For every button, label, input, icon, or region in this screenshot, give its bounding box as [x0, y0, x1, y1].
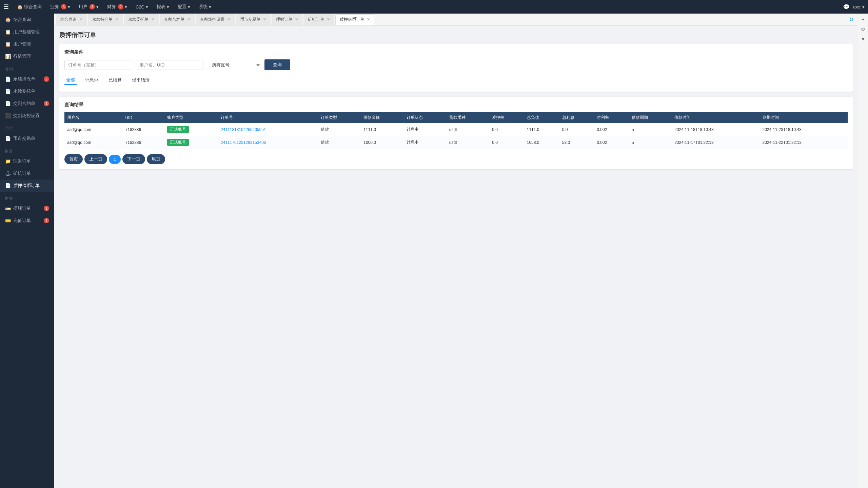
right-sidebar: + ⚙ ▼ — [858, 14, 868, 488]
tab-bibi-label: 币市交易单 — [240, 17, 260, 22]
tab-bibi-close[interactable]: ✕ — [263, 17, 266, 22]
main-layout: 🏠 综合查询 📋 用户基础管理 📋 用户管理 📊 行情管理 合约 📄 永续持仓单… — [0, 14, 868, 488]
nav-yonghu[interactable]: 用户 3 ▾ — [75, 2, 102, 11]
sidebar-item-yonghu-jichu[interactable]: 📋 用户基础管理 — [0, 26, 54, 38]
sidebar-item-chongbi[interactable]: 💳 充值订单 1 — [0, 214, 54, 227]
th-order-type: 订单类型 — [318, 112, 361, 123]
tab-licai-close[interactable]: ✕ — [295, 17, 298, 22]
results-card: 查询结果 用户名 UID 账户类型 订单号 订单类型 借款金额 订单状态 贷款币… — [59, 97, 853, 169]
tab-yongxu-weituo[interactable]: 永续委托单 ✕ — [124, 14, 159, 25]
prev-page-btn[interactable]: 上一页 — [84, 154, 107, 164]
sidebar-section-caiwu2: 财务 — [0, 192, 54, 202]
tab-jiaoyiheyue-close[interactable]: ✕ — [187, 17, 190, 22]
sidebar-item-licai[interactable]: 📁 理财订单 — [0, 155, 54, 167]
tab-zhiya-close[interactable]: ✕ — [367, 17, 370, 22]
sidebar-item-kuangji[interactable]: ⚓ 矿机订单 — [0, 167, 54, 180]
tab-yongxu-cangdan[interactable]: 永续持仓单 ✕ — [88, 14, 123, 25]
chart-icon: 📊 — [5, 54, 11, 59]
last-page-btn[interactable]: 尾页 — [147, 154, 165, 164]
chevron-down-icon-6: ▾ — [188, 4, 190, 10]
search-button[interactable]: 查询 — [264, 59, 290, 70]
menu-icon[interactable]: ☰ — [3, 3, 9, 11]
nav-c2c[interactable]: C2C ▾ — [132, 3, 152, 11]
sidebar-item-jiaoyiheyue[interactable]: 📄 交割合约单 1 — [0, 97, 54, 110]
cell-account-type-0: 正式账号 — [164, 123, 218, 136]
sidebar-item-hangqing[interactable]: 📊 行情管理 — [0, 50, 54, 62]
filter-tab-yijiesuan[interactable]: 已结算 — [107, 76, 123, 85]
sidebar-item-zonghe[interactable]: 🏠 综合查询 — [0, 14, 54, 26]
chat-icon[interactable]: 💬 — [843, 4, 850, 10]
doc-icon-7: 📄 — [5, 183, 11, 188]
tab-jiaoyiheyue[interactable]: 交割合约单 ✕ — [160, 14, 195, 25]
filter-tab-qiangping[interactable]: 强平结清 — [130, 76, 151, 85]
right-sidebar-down-btn[interactable]: ▼ — [859, 35, 867, 43]
doc-icon-2: 📋 — [5, 41, 11, 47]
nav-home[interactable]: 🏠 综合查询 — [14, 2, 45, 11]
sidebar: 🏠 综合查询 📋 用户基础管理 📋 用户管理 📊 行情管理 合约 📄 永续持仓单… — [0, 14, 54, 488]
sidebar-item-zhiya[interactable]: 📄 质押借币订单 — [0, 180, 54, 192]
cell-order-id-1[interactable]: 24111701221283153406 — [218, 136, 318, 149]
account-select[interactable]: 所有账号 正式账号 测试账号 — [207, 60, 261, 70]
sidebar-kuangji-label: 矿机订单 — [13, 170, 31, 176]
username-input[interactable] — [136, 60, 203, 70]
tab-zonghe[interactable]: 综合查询 ✕ — [56, 14, 87, 25]
tab-jiaoyikongzhi-close[interactable]: ✕ — [227, 17, 230, 22]
page-title: 质押借币订单 — [59, 31, 853, 39]
cell-loan-amount-1: 1000.0 — [361, 136, 403, 149]
right-sidebar-settings-btn[interactable]: ⚙ — [859, 25, 867, 33]
sidebar-item-bibi[interactable]: 📄 币市交易单 — [0, 132, 54, 145]
nav-caiwu[interactable]: 财务 2 ▾ — [104, 2, 131, 11]
home-icon: 🏠 — [17, 4, 23, 10]
sidebar-item-jiaoyikongzhi[interactable]: ⬛ 交割场控设置 — [0, 110, 54, 122]
sidebar-jiaoyiheyue-badge: 1 — [44, 101, 49, 106]
cell-total-debt-0: 1111.0 — [524, 123, 559, 136]
tab-bibi[interactable]: 币市交易单 ✕ — [236, 14, 271, 25]
user-chevron-icon: ▾ — [862, 4, 865, 10]
cell-total-interest-1: 58.0 — [559, 136, 594, 149]
sidebar-item-yongxu-weituo[interactable]: 📄 永续委托单 — [0, 85, 54, 97]
user-section[interactable]: root ▾ — [853, 4, 865, 10]
current-page-btn[interactable]: 1 — [109, 155, 121, 164]
tab-kuangji[interactable]: 矿机订单 ✕ — [303, 14, 334, 25]
sidebar-yongxu-cangdan-badge: 2 — [44, 76, 49, 82]
tab-jiaoyikongzhi[interactable]: 交割场控设置 ✕ — [196, 14, 235, 25]
first-page-btn[interactable]: 首页 — [64, 154, 83, 164]
tab-yongxu-weituo-close[interactable]: ✕ — [151, 17, 154, 22]
chevron-down-icon: ▾ — [68, 4, 70, 10]
nav-yewu[interactable]: 业务 3 ▾ — [47, 2, 74, 11]
username-label: root — [853, 4, 861, 10]
nav-c2c-label: C2C — [136, 4, 144, 10]
tab-licai[interactable]: 理财订单 ✕ — [272, 14, 302, 25]
filter-tab-jisuanzhong[interactable]: 计息中 — [83, 76, 100, 85]
tab-zonghe-close[interactable]: ✕ — [79, 17, 82, 22]
tab-yongxu-cangdan-close[interactable]: ✕ — [115, 17, 118, 22]
top-nav-right: 💬 root ▾ — [843, 4, 865, 10]
cell-order-id-0[interactable]: 24111818104266205951 — [218, 123, 318, 136]
cell-loan-time-0: 2024-11-18T18:10:43 — [672, 123, 760, 136]
order-id-link-0[interactable]: 24111818104266205951 — [221, 127, 266, 132]
table-row: asd@qq.com 7162886 正式账号 2411181810426620… — [64, 123, 848, 136]
nav-baobiao[interactable]: 报表 ▾ — [153, 2, 173, 11]
tab-zhiya[interactable]: 质押借币订单 ✕ — [335, 14, 374, 25]
tab-kuangji-close[interactable]: ✕ — [327, 17, 330, 22]
right-sidebar-expand-btn[interactable]: + — [859, 15, 867, 23]
sidebar-item-tixian[interactable]: 💳 提现订单 1 — [0, 202, 54, 214]
card-icon-2: 💳 — [5, 218, 11, 223]
sidebar-yonghu-jichu-label: 用户基础管理 — [13, 29, 40, 35]
nav-peizhi[interactable]: 配置 ▾ — [174, 2, 194, 11]
filter-tab-all[interactable]: 全部 — [64, 76, 77, 85]
sidebar-item-yonghu-guanli[interactable]: 📋 用户管理 — [0, 38, 54, 50]
table-header-row: 用户名 UID 账户类型 订单号 订单类型 借款金额 订单状态 贷款币种 质押率… — [64, 112, 848, 123]
home-icon-sidebar: 🏠 — [5, 17, 11, 22]
doc-icon-1: 📋 — [5, 29, 11, 35]
nav-xitong[interactable]: 系统 ▾ — [195, 2, 215, 11]
next-page-btn[interactable]: 下一页 — [122, 154, 145, 164]
order-no-input[interactable] — [64, 60, 132, 70]
refresh-icon[interactable]: ↻ — [846, 16, 856, 23]
sidebar-chongbi-badge: 1 — [44, 218, 49, 223]
nav-baobiao-label: 报表 — [157, 4, 165, 10]
order-id-link-1[interactable]: 24111701221283153406 — [221, 140, 266, 145]
filter-tabs: 全部 计息中 已结算 强平结清 — [64, 74, 848, 87]
sidebar-item-yongxu-cangdan[interactable]: 📄 永续持仓单 2 — [0, 73, 54, 85]
tab-jiaoyiheyue-label: 交割合约单 — [164, 17, 184, 22]
